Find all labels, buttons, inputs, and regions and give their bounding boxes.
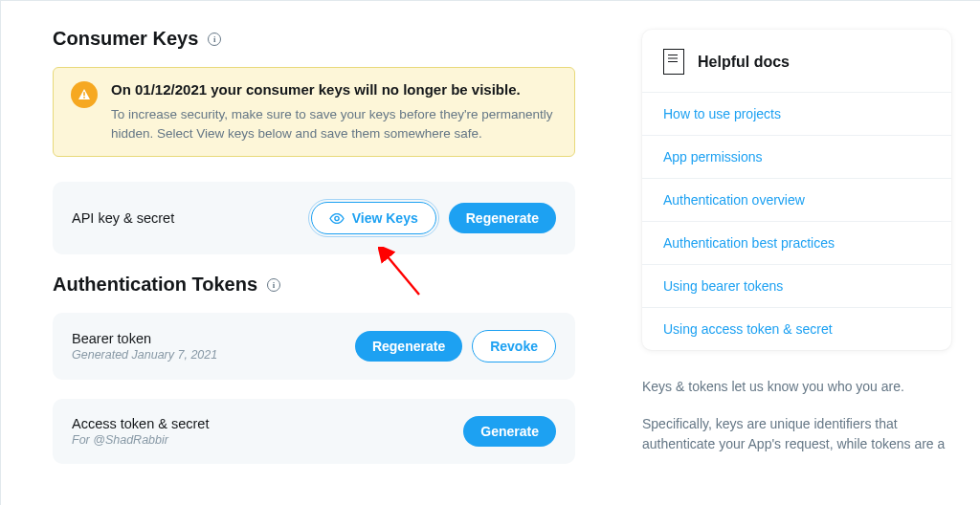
access-token-label: Access token & secret	[72, 416, 209, 431]
page-container: Consumer Keys i On 01/12/2021 your consu…	[0, 0, 980, 505]
warning-alert: On 01/12/2021 your consumer keys will no…	[53, 67, 575, 157]
alert-body: On 01/12/2021 your consumer keys will no…	[111, 81, 557, 143]
document-icon	[663, 49, 684, 75]
revoke-bearer-button[interactable]: Revoke	[472, 330, 556, 362]
bearer-token-label: Bearer token	[72, 331, 217, 346]
main-column: Consumer Keys i On 01/12/2021 your consu…	[1, 1, 594, 505]
auth-tokens-heading: Authentication Tokens i	[53, 274, 575, 296]
alert-text: To increase security, make sure to save …	[111, 105, 557, 143]
bearer-token-sub: Generated January 7, 2021	[72, 348, 217, 362]
view-keys-label: View Keys	[352, 210, 418, 226]
sidebar-intro-2: Specifically, keys are unique identifier…	[642, 414, 951, 454]
svg-point-2	[335, 216, 339, 220]
doc-link-auth-overview[interactable]: Authentication overview	[642, 178, 951, 221]
doc-link-projects[interactable]: How to use projects	[642, 92, 951, 135]
revoke-bearer-label: Revoke	[490, 339, 538, 354]
doc-link-access[interactable]: Using access token & secret	[642, 307, 951, 350]
svg-rect-0	[83, 92, 85, 96]
doc-link-permissions[interactable]: App permissions	[642, 135, 951, 178]
access-token-sub: For @ShadRabbir	[72, 433, 209, 447]
svg-rect-1	[83, 97, 85, 99]
regenerate-api-label: Regenerate	[466, 210, 539, 226]
auth-tokens-heading-text: Authentication Tokens	[53, 274, 257, 296]
view-keys-highlight: View Keys	[308, 199, 439, 237]
helpful-docs-card: Helpful docs How to use projects App per…	[642, 30, 951, 350]
access-token-card: Access token & secret For @ShadRabbir Ge…	[53, 399, 575, 464]
generate-access-label: Generate	[480, 424, 539, 439]
consumer-keys-heading: Consumer Keys i	[53, 28, 575, 50]
regenerate-bearer-button[interactable]: Regenerate	[355, 331, 462, 362]
doc-link-bearer[interactable]: Using bearer tokens	[642, 264, 951, 307]
api-key-card: API key & secret View Keys	[53, 182, 575, 254]
regenerate-bearer-label: Regenerate	[372, 339, 445, 354]
info-icon[interactable]: i	[267, 278, 280, 292]
view-keys-button[interactable]: View Keys	[311, 202, 436, 234]
sidebar-intro-1: Keys & tokens let us know you who you ar…	[642, 377, 951, 397]
info-icon[interactable]: i	[208, 33, 221, 46]
api-key-label: API key & secret	[72, 210, 174, 226]
helpful-docs-title: Helpful docs	[698, 54, 790, 71]
helpful-docs-header: Helpful docs	[642, 30, 951, 92]
eye-icon	[329, 213, 345, 224]
consumer-keys-heading-text: Consumer Keys	[53, 28, 198, 50]
regenerate-api-button[interactable]: Regenerate	[449, 203, 556, 233]
doc-link-auth-best[interactable]: Authentication best practices	[642, 221, 951, 264]
warning-icon	[71, 81, 98, 108]
bearer-token-card: Bearer token Generated January 7, 2021 R…	[53, 313, 575, 380]
alert-title: On 01/12/2021 your consumer keys will no…	[111, 81, 557, 98]
sidebar-column: Helpful docs How to use projects App per…	[594, 1, 980, 505]
generate-access-button[interactable]: Generate	[463, 416, 556, 447]
